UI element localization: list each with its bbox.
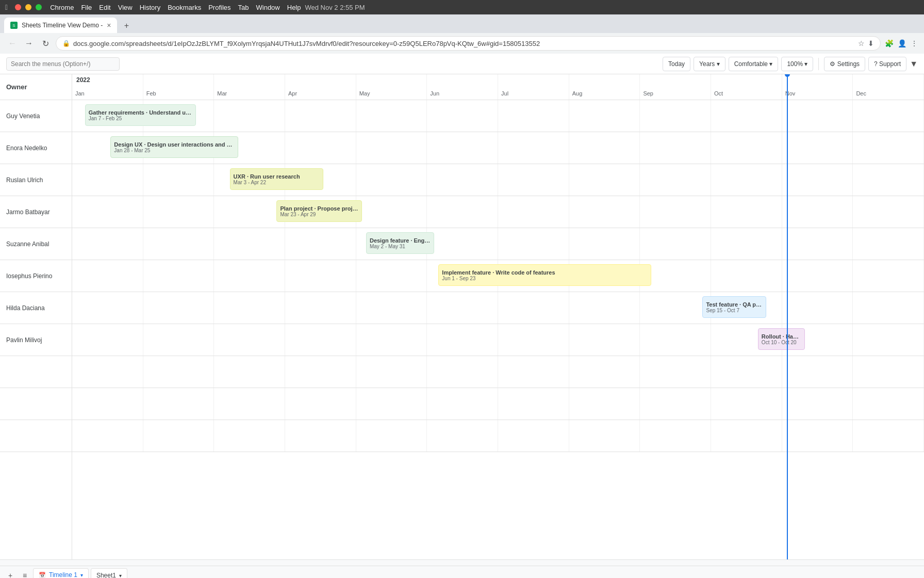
chrome-right-area: 🧩 👤 ⋮	[885, 39, 918, 47]
task-bar-4[interactable]: Design feature · Eng design of featuresM…	[366, 232, 434, 254]
grid-cell-row6-month11	[853, 292, 924, 324]
grid-cell-row4-month0	[72, 228, 143, 260]
sheet1-tab[interactable]: Sheet1 ▾	[91, 568, 127, 579]
grid-cell-row6-month4	[356, 292, 427, 324]
task-bar-0[interactable]: Gather requirements · Understand user re…	[85, 104, 196, 126]
grid-cell-row9-month3	[285, 388, 356, 420]
years-dropdown-button[interactable]: Years ▾	[694, 57, 725, 71]
grid-cell-row6-month6	[498, 292, 569, 324]
grid-cell-row7-month6	[498, 324, 569, 356]
task-bar-3[interactable]: Plan project · Propose project details t…	[276, 200, 361, 222]
grid-cell-row10-month5	[427, 420, 498, 452]
expand-icon[interactable]: ▼	[910, 59, 918, 69]
forward-button[interactable]: →	[23, 37, 35, 50]
horizontal-scrollbar[interactable]	[0, 559, 924, 566]
task-bar-2[interactable]: UXR · Run user researchMar 3 - Apr 22	[230, 168, 324, 190]
grid-cell-row1-month3	[285, 132, 356, 164]
grid-cell-row2-month0	[72, 164, 143, 196]
grid-cell-row9-month2	[214, 388, 285, 420]
mac-menu-view[interactable]: View	[118, 4, 133, 11]
search-input[interactable]	[6, 57, 120, 71]
grid-cell-row3-month10	[782, 196, 853, 228]
url-bar[interactable]: 🔒 docs.google.com/spreadsheets/d/1eIpOzJ…	[56, 36, 881, 51]
grid-cell-row3-month1	[143, 196, 214, 228]
add-sheet-button[interactable]: +	[4, 569, 16, 579]
grid-cell-row7-month11	[853, 324, 924, 356]
grid-cell-row2-month6	[498, 164, 569, 196]
grid-cell-row10-month1	[143, 420, 214, 452]
task-title-5: Implement feature · Write code of featur…	[442, 269, 648, 276]
grid-cell-row6-month1	[143, 292, 214, 324]
grid-cell-row0-month7	[569, 100, 640, 132]
grid-cell-row4-month3	[285, 228, 356, 260]
bookmark-icon[interactable]: ☆	[858, 39, 865, 47]
owner-column: Owner Guy Venetia Enora Nedelko Ruslan U…	[0, 74, 72, 559]
owner-row-0: Guy Venetia	[0, 100, 72, 132]
mac-menu-history[interactable]: History	[140, 4, 160, 11]
grid-cell-row1-month10	[782, 132, 853, 164]
minimize-dot[interactable]	[25, 4, 31, 10]
grid-cell-row8-month11	[853, 356, 924, 388]
support-button[interactable]: ? Support	[868, 57, 906, 71]
tab-close-button[interactable]: ×	[107, 21, 111, 29]
grid-cell-row9-month5	[427, 388, 498, 420]
owner-row-empty-3	[0, 420, 72, 452]
list-sheets-button[interactable]: ≡	[19, 569, 31, 579]
grid-cell-row5-month4	[356, 260, 427, 292]
profile-icon[interactable]: 👤	[898, 39, 906, 47]
download-icon[interactable]: ⬇	[868, 39, 874, 47]
more-icon[interactable]: ⋮	[911, 39, 918, 47]
mac-menu-file[interactable]: File	[81, 4, 92, 11]
mac-menu-bookmarks[interactable]: Bookmarks	[168, 4, 201, 11]
sheet1-tab-chevron[interactable]: ▾	[119, 573, 122, 579]
comfortable-dropdown-button[interactable]: Comfortable ▾	[729, 57, 779, 71]
chrome-tab-active[interactable]: S Sheets Timeline View Demo - ×	[4, 18, 117, 33]
task-bar-5[interactable]: Implement feature · Write code of featur…	[438, 264, 651, 286]
grid-cell-row4-month9	[711, 228, 782, 260]
zoom-dropdown-button[interactable]: 100% ▾	[781, 57, 813, 71]
owner-column-header: Owner	[0, 74, 72, 100]
task-title-1: Design UX · Design user interactions and…	[114, 141, 235, 148]
back-button[interactable]: ←	[6, 37, 19, 50]
task-dates-2: Mar 3 - Apr 22	[234, 180, 320, 185]
grid-cell-row10-month4	[356, 420, 427, 452]
close-dot[interactable]	[15, 4, 21, 10]
reload-button[interactable]: ↻	[39, 37, 52, 50]
task-bar-1[interactable]: Design UX · Design user interactions and…	[110, 136, 238, 158]
settings-button[interactable]: ⚙ Settings	[824, 57, 865, 71]
mac-menu-profiles[interactable]: Profiles	[208, 4, 230, 11]
year-label: 2022	[72, 76, 90, 84]
new-tab-button[interactable]: +	[119, 19, 134, 33]
timeline-tab[interactable]: 📅 Timeline 1 ▾	[33, 568, 89, 579]
mac-menu-tab[interactable]: Tab	[238, 4, 249, 11]
grid-cell-row4-month11	[853, 228, 924, 260]
grid-cell-row3-month6	[498, 196, 569, 228]
owner-row-2: Ruslan Ulrich	[0, 164, 72, 196]
grid-cell-row8-month5	[427, 356, 498, 388]
mac-menu-window[interactable]: Window	[256, 4, 280, 11]
task-dates-1: Jan 28 - Mar 25	[114, 148, 235, 153]
grid-cell-row0-month6	[498, 100, 569, 132]
today-button[interactable]: Today	[663, 57, 690, 71]
mac-menu-help[interactable]: Help	[287, 4, 301, 11]
month-aug: Aug	[569, 74, 640, 100]
month-jul: Jul	[498, 74, 569, 100]
grid-cell-row5-month10	[782, 260, 853, 292]
extension-icon[interactable]: 🧩	[885, 39, 894, 47]
fullscreen-dot[interactable]	[36, 4, 42, 10]
grid-cell-row3-month5	[427, 196, 498, 228]
grid-cell-row9-month7	[569, 388, 640, 420]
grid-cell-row10-month0	[72, 420, 143, 452]
task-bar-7[interactable]: Rollout · Happy end usersOct 10 - Oct 20	[758, 328, 805, 350]
task-dates-6: Sep 15 - Oct 7	[706, 308, 763, 313]
mac-menu: Chrome File Edit View History Bookmarks …	[50, 4, 301, 11]
mac-menu-edit[interactable]: Edit	[99, 4, 110, 11]
grid-cell-row10-month2	[214, 420, 285, 452]
grid-cell-row6-month8	[640, 292, 711, 324]
grid-cell-row8-month7	[569, 356, 640, 388]
task-bar-6[interactable]: Test feature · QA pass and dogfoodSep 15…	[702, 296, 766, 318]
month-feb: Feb	[143, 74, 214, 100]
mac-menu-chrome[interactable]: Chrome	[50, 4, 74, 11]
timeline-tab-chevron[interactable]: ▾	[80, 572, 83, 578]
grid-cell-row2-month11	[853, 164, 924, 196]
